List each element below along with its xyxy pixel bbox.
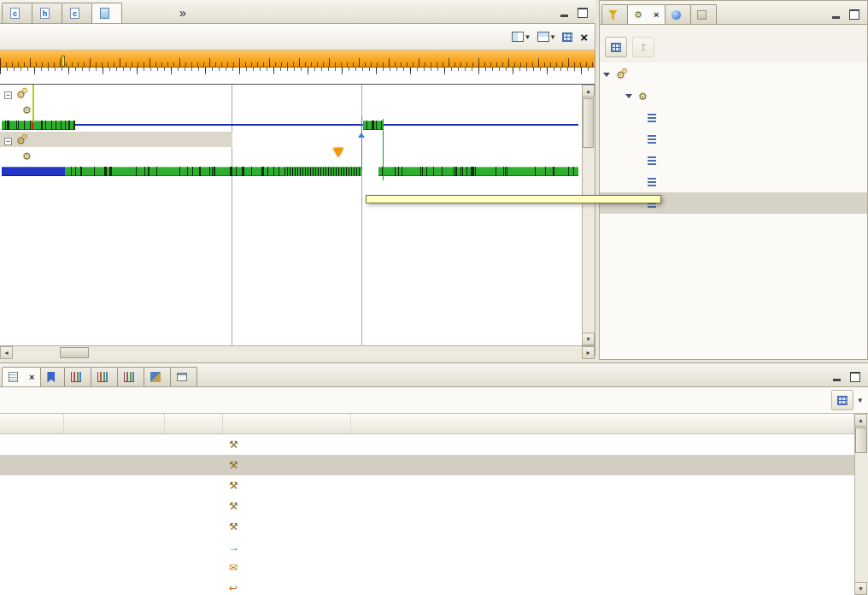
column-header-event[interactable]	[0, 414, 64, 433]
tree-item-convert-array-0x08048c04[interactable]	[600, 150, 867, 171]
c-file-icon: c	[70, 8, 79, 19]
column-header-data[interactable]	[351, 414, 854, 433]
timeline-activity-bar-my-thread[interactable]	[2, 167, 578, 176]
event-tick	[148, 167, 149, 176]
expander-icon[interactable]	[625, 94, 632, 98]
maximize-icon[interactable]	[847, 370, 863, 384]
timeline-process-row-devc-pty[interactable]: −⚙	[0, 88, 35, 102]
timeline-horizontal-scrollbar[interactable]: ◂ ▸	[0, 345, 595, 359]
event-tick	[144, 167, 145, 176]
tree-item-0x08048df9[interactable]	[600, 214, 867, 235]
timeline-process-row-qnxdemoprofiling-g[interactable]: −⚙	[0, 134, 35, 148]
minimize-icon[interactable]	[828, 8, 843, 21]
collapse-toggle-icon[interactable]: −	[4, 138, 12, 145]
event-tick	[209, 167, 210, 176]
view-tab-thre[interactable]: ⚙×	[627, 4, 666, 24]
view-tab-condition-statistics[interactable]	[117, 367, 144, 386]
maximize-icon[interactable]	[575, 6, 590, 20]
table-row-152758[interactable]: ↩	[0, 578, 854, 595]
collapse-toggle-icon[interactable]: −	[4, 91, 12, 99]
expander-icon[interactable]	[603, 73, 610, 77]
function-exit-icon: ⚒	[229, 501, 238, 511]
scroll-down-arrow[interactable]: ▾	[854, 582, 867, 595]
timeline-vertical-scrollbar[interactable]: ▴ ▾	[582, 85, 595, 345]
timeline-ruler-zoom[interactable]	[0, 68, 595, 85]
view-tab-bookmarks[interactable]	[40, 367, 65, 386]
timeline-thread-row-thread-1[interactable]: ⚙	[0, 103, 36, 117]
event-tick	[71, 167, 72, 176]
scroll-left-arrow[interactable]: ◂	[0, 346, 13, 359]
event-tick	[106, 167, 107, 176]
view-tab-trace-event-log[interactable]: ×	[2, 367, 41, 386]
editor-tab-local-trace-080408-1[interactable]	[91, 3, 122, 23]
event-tick	[24, 121, 25, 130]
tree-item-append-int-0x08048b70[interactable]	[600, 128, 867, 150]
editor-tab-overflow[interactable]: »	[179, 6, 187, 23]
view-menu-icon[interactable]: ▾	[858, 396, 862, 404]
scroll-up-arrow[interactable]: ▴	[582, 85, 595, 97]
scrollbar-thumb[interactable]	[583, 98, 594, 148]
timeline-ruler-overview[interactable]	[0, 50, 595, 68]
timeline-display-mode-button[interactable]: ▾	[512, 32, 530, 42]
tree-item-do-work-0x08048c9f[interactable]	[600, 171, 867, 192]
event-tick	[251, 167, 252, 176]
close-timeline-button[interactable]: ×	[580, 31, 588, 44]
event-tick	[8, 121, 9, 130]
minimize-icon[interactable]	[829, 370, 844, 384]
column-header-time[interactable]	[64, 414, 165, 433]
table-row-152755[interactable]: ⚒	[0, 516, 854, 537]
function-exit-icon: ⚒	[229, 480, 238, 491]
column-header-type[interactable]	[223, 414, 351, 433]
table-vertical-scrollbar[interactable]: ▴ ▾	[854, 414, 868, 595]
view-tab-navi[interactable]	[690, 4, 717, 24]
scroll-up-arrow[interactable]: ▴	[854, 414, 867, 427]
event-tick	[73, 121, 74, 130]
scrollbar-thumb[interactable]	[60, 347, 89, 358]
close-tab-icon[interactable]: ×	[29, 372, 34, 382]
editor-tab-stdio-h[interactable]: h	[32, 3, 62, 23]
timeline-grid-button[interactable]	[562, 32, 572, 42]
close-tab-icon[interactable]: ×	[654, 9, 659, 20]
tree-item-my-thread[interactable]: ⚙	[600, 85, 867, 107]
view-tab-console[interactable]	[170, 367, 197, 386]
table-row-152757[interactable]: ✉	[0, 557, 854, 578]
show-table-button[interactable]	[605, 37, 627, 57]
scroll-right-arrow[interactable]: ▸	[582, 346, 595, 359]
trace-start-marker	[32, 85, 34, 122]
ruler-position-marker[interactable]	[62, 56, 65, 67]
table-row-152756[interactable]: →	[0, 537, 854, 557]
editor-tab-qnxlibraryuser-c[interactable]: c	[62, 3, 92, 23]
view-tab-event-owner-statistic[interactable]	[91, 367, 118, 386]
maximize-icon[interactable]	[847, 8, 862, 21]
event-tick	[422, 167, 423, 176]
editor-tab-banana-c[interactable]: c	[2, 3, 32, 23]
table-row-152754[interactable]: ⚒	[0, 496, 854, 516]
timeline-pane-select-button[interactable]: ▾	[537, 32, 555, 42]
tree-item-qnxdemoprofiling-g[interactable]: ⚙	[600, 64, 867, 85]
view-tab-targ[interactable]	[665, 4, 691, 24]
column-config-button[interactable]	[831, 390, 853, 410]
timeline-canvas[interactable]: −⚙⚙−⚙⚙ ▴ ▾	[0, 85, 595, 345]
export-button[interactable]: ↥	[632, 37, 654, 57]
event-tick	[507, 167, 507, 176]
scrollbar-thumb[interactable]	[855, 427, 867, 453]
table-row-152753[interactable]: ⚒	[0, 475, 854, 496]
timeline-tooltip	[366, 195, 661, 203]
type-cell: ✉	[223, 562, 351, 574]
minimize-icon[interactable]	[556, 6, 572, 20]
column-header-owner[interactable]	[165, 414, 223, 433]
view-tab-client-server-cpu-sta[interactable]	[144, 367, 171, 386]
timeline-activity-bar-thread-1[interactable]	[2, 121, 578, 130]
view-tab-filter[interactable]	[601, 4, 628, 24]
type-cell: →	[223, 541, 351, 553]
scroll-down-arrow[interactable]: ▾	[582, 333, 595, 345]
function-enter-icon: ⚒	[229, 460, 238, 470]
timeline-cursor-line	[361, 117, 362, 170]
timeline-thread-row-my-thread[interactable]: ⚙	[0, 150, 36, 163]
view-tab-general-statistics[interactable]	[64, 367, 91, 386]
tree-item-append-str-0x08048a5c[interactable]	[600, 107, 867, 128]
right-panel-tab-bar: ⚙×	[600, 1, 867, 25]
tree-item-0x00000001[interactable]	[600, 235, 867, 256]
table-row-152751[interactable]: ⚒	[0, 434, 854, 455]
table-row-152752[interactable]: ⚒	[0, 455, 854, 475]
